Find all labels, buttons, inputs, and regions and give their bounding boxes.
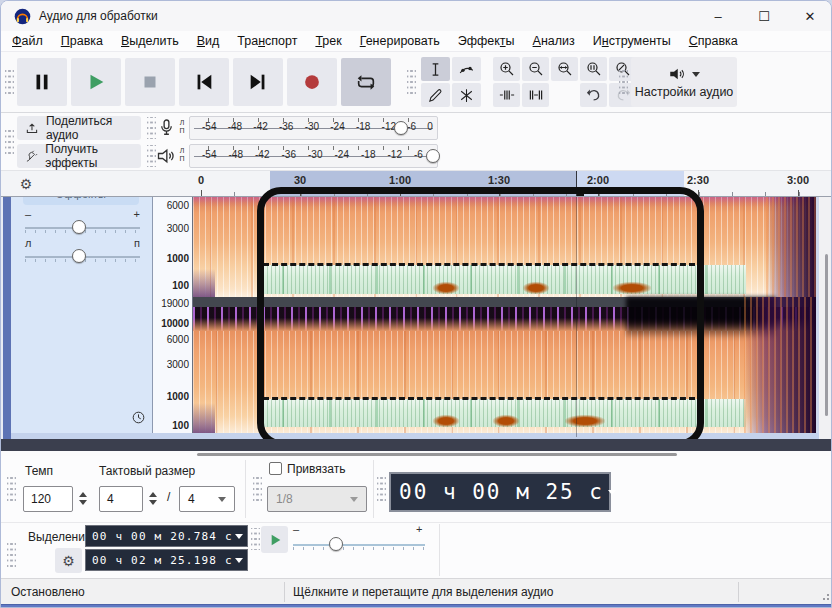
playback-meter[interactable]: -54-48-42-36-30-24-18-12-6 bbox=[189, 144, 438, 168]
loop-icon bbox=[355, 71, 377, 93]
time-signature-toolbar-grip[interactable] bbox=[7, 476, 16, 502]
fit-project-button[interactable] bbox=[580, 57, 607, 81]
menu-transport[interactable]: Транспорт bbox=[228, 32, 306, 50]
play-at-speed-grip[interactable] bbox=[251, 528, 260, 550]
window-resize-grip[interactable] bbox=[820, 591, 830, 601]
envelope-tool-button[interactable] bbox=[452, 57, 481, 81]
play-at-speed-button[interactable] bbox=[261, 526, 288, 553]
zoom-in-button[interactable] bbox=[493, 57, 520, 81]
audio-setup-button[interactable]: Настройки аудио bbox=[631, 57, 737, 107]
snap-checkbox[interactable] bbox=[269, 462, 282, 475]
play-button[interactable] bbox=[71, 58, 121, 106]
down-arrow-icon[interactable] bbox=[79, 500, 87, 505]
ruler-label: 0 bbox=[198, 174, 204, 186]
maximize-button[interactable]: ☐ bbox=[741, 1, 787, 31]
chevron-down-icon bbox=[608, 490, 616, 495]
menu-effects[interactable]: Эффекты bbox=[449, 32, 524, 50]
vertical-scrollbar-thumb[interactable] bbox=[825, 254, 828, 416]
time-toolbar-grip[interactable] bbox=[377, 476, 386, 502]
audio-position-display[interactable]: 00 ч 00 м 25 с bbox=[389, 472, 611, 512]
pan-slider[interactable] bbox=[72, 249, 86, 263]
record-volume-slider[interactable] bbox=[394, 121, 408, 135]
up-arrow-icon[interactable] bbox=[149, 492, 157, 497]
selection-options-button[interactable]: ⚙ bbox=[55, 548, 82, 573]
tempo-stepper[interactable] bbox=[79, 492, 87, 505]
snap-interval-dropdown[interactable]: 1/8 bbox=[267, 486, 367, 512]
menu-select[interactable]: Выделить bbox=[112, 32, 188, 50]
timesig-upper-input[interactable]: 4 bbox=[99, 486, 143, 512]
undo-button[interactable] bbox=[580, 83, 607, 107]
draw-tool-button[interactable] bbox=[421, 83, 450, 107]
playback-volume-slider[interactable] bbox=[426, 149, 440, 163]
pause-button[interactable] bbox=[17, 58, 67, 106]
speed-slider-track bbox=[293, 544, 425, 546]
menu-view[interactable]: Вид bbox=[188, 32, 229, 50]
play-speed-slider[interactable] bbox=[329, 537, 343, 551]
title-bar: Аудио для обработки – ☐ ✕ bbox=[1, 1, 832, 31]
record-left-label: Л bbox=[177, 119, 187, 127]
close-button[interactable]: ✕ bbox=[787, 1, 832, 31]
frequency-ruler[interactable]: 6000 3000 1000 100 19000 10000 6000 3000… bbox=[153, 197, 193, 439]
menu-track[interactable]: Трек bbox=[306, 32, 350, 50]
zoom-grid-spacer bbox=[551, 83, 578, 107]
share-audio-button[interactable]: Поделиться аудио bbox=[17, 116, 141, 140]
track-select-strip[interactable] bbox=[3, 197, 11, 439]
zoom-selection-button[interactable] bbox=[551, 57, 578, 81]
record-meter-grip[interactable] bbox=[147, 117, 156, 139]
skip-to-start-button[interactable] bbox=[179, 58, 229, 106]
clock-icon[interactable] bbox=[131, 410, 146, 425]
skip-to-end-icon bbox=[247, 71, 269, 93]
menu-file[interactable]: Файл bbox=[3, 32, 52, 50]
menu-edit[interactable]: Правка bbox=[52, 32, 112, 50]
minimize-button[interactable]: – bbox=[695, 1, 741, 31]
record-meter[interactable]: -54-48-42-36-30-24-18-12-60 bbox=[189, 116, 438, 140]
main-toolbar: Настройки аудио bbox=[1, 52, 832, 113]
selection-toolbar-grip[interactable] bbox=[7, 542, 16, 568]
menu-help[interactable]: Справка bbox=[680, 32, 747, 50]
ruler-label: 2:00 bbox=[587, 174, 609, 186]
selection-end-field[interactable]: 00 ч 02 м 25.198 с bbox=[85, 549, 248, 571]
share-toolbar-grip[interactable] bbox=[5, 129, 14, 155]
audio-setup-label: Настройки аудио bbox=[635, 85, 734, 99]
skip-to-end-button[interactable] bbox=[233, 58, 283, 106]
menu-bar: Файл Правка Выделить Вид Транспорт Трек … bbox=[1, 31, 832, 52]
speed-plus-label: + bbox=[416, 523, 422, 535]
menu-tools[interactable]: Инструменты bbox=[584, 32, 680, 50]
selection-tool-button[interactable] bbox=[421, 57, 450, 81]
timesig-lower-dropdown[interactable]: 4 bbox=[179, 486, 235, 512]
up-arrow-icon[interactable] bbox=[79, 492, 87, 497]
menu-analyze[interactable]: Анализ bbox=[524, 32, 584, 50]
fit-project-icon bbox=[585, 60, 603, 78]
ibeam-icon bbox=[427, 61, 444, 78]
audio-setup-grip[interactable] bbox=[619, 69, 628, 95]
transport-toolbar-grip[interactable] bbox=[5, 69, 14, 95]
silence-selection-button[interactable] bbox=[522, 83, 549, 107]
multi-tool-icon bbox=[458, 87, 475, 104]
playback-meter-grip[interactable] bbox=[147, 145, 156, 167]
timesig-stepper[interactable] bbox=[149, 492, 157, 505]
audio-setup-icon-row bbox=[668, 65, 700, 83]
loop-button[interactable] bbox=[341, 58, 391, 106]
snapping-toolbar-grip[interactable] bbox=[253, 476, 262, 502]
gain-slider[interactable] bbox=[72, 220, 86, 234]
menu-generate[interactable]: Генерировать bbox=[351, 32, 449, 50]
stop-button[interactable] bbox=[125, 58, 175, 106]
zoom-out-button[interactable] bbox=[522, 57, 549, 81]
chevron-down-icon bbox=[350, 497, 358, 502]
audacity-logo-icon bbox=[14, 8, 31, 25]
trim-outside-selection-button[interactable] bbox=[493, 83, 520, 107]
window-bottom-edge bbox=[1, 604, 832, 608]
get-effects-button[interactable]: Получить эффекты bbox=[17, 144, 141, 168]
down-arrow-icon[interactable] bbox=[149, 500, 157, 505]
timeline-options-button[interactable]: ⚙ bbox=[13, 173, 39, 194]
skip-to-start-icon bbox=[193, 71, 215, 93]
vertical-scrollbar[interactable] bbox=[819, 197, 832, 439]
record-button[interactable] bbox=[287, 58, 337, 106]
chevron-down-icon bbox=[692, 72, 700, 77]
track-effects-button[interactable]: Эффекты bbox=[23, 197, 139, 205]
meter-toolbars: Поделиться аудио Л П -54-48-42-36-30-24-… bbox=[1, 113, 832, 171]
selection-start-field[interactable]: 00 ч 00 м 20.784 с bbox=[85, 525, 248, 547]
tempo-input[interactable]: 120 bbox=[23, 486, 73, 512]
multi-tool-button[interactable] bbox=[452, 83, 481, 107]
tools-toolbar-grip[interactable] bbox=[407, 69, 416, 95]
